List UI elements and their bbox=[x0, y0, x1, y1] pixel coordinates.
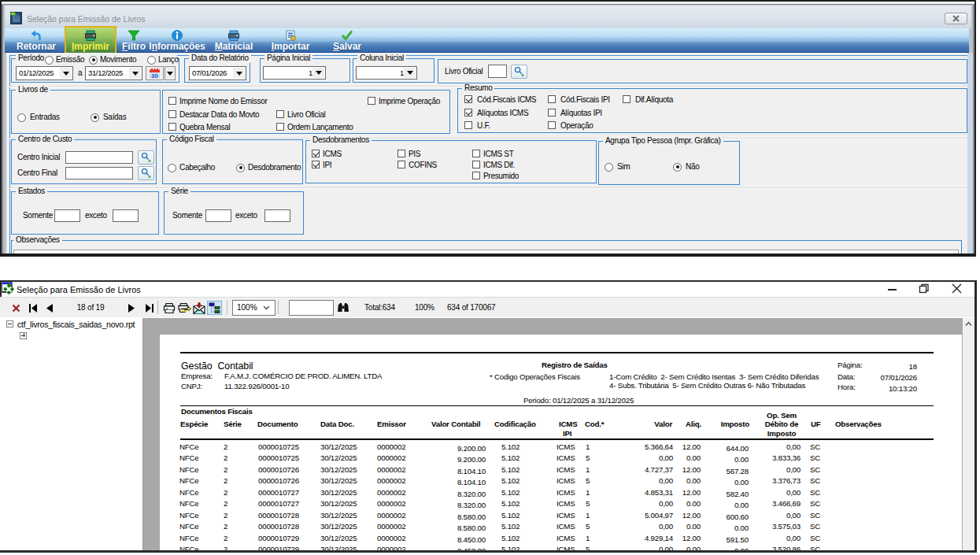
svg-text:30: 30 bbox=[151, 72, 158, 79]
